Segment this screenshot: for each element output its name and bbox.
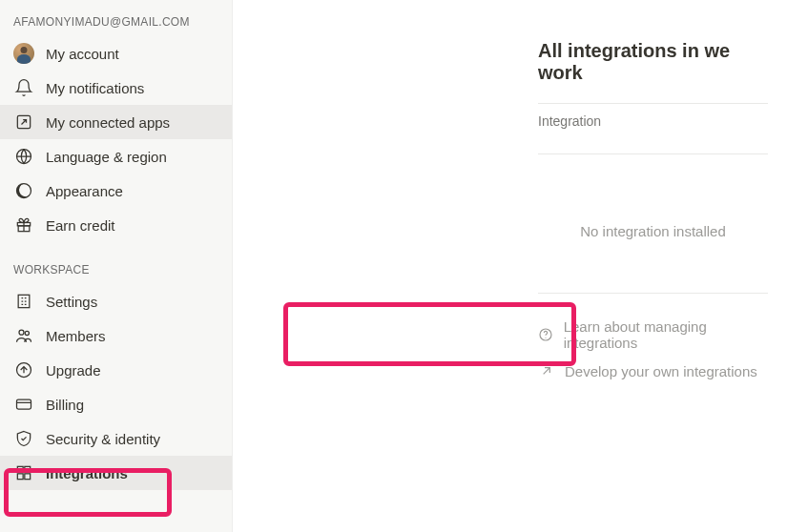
gift-icon: [13, 215, 34, 235]
sidebar-item-label: Security & identity: [46, 431, 218, 447]
sidebar-item-language-region[interactable]: Language & region: [0, 139, 232, 174]
sidebar-item-earn-credit[interactable]: Earn credit: [0, 208, 232, 242]
sidebar-item-appearance[interactable]: Appearance: [0, 174, 232, 208]
sidebar-item-my-connected-apps[interactable]: My connected apps: [0, 105, 232, 139]
sidebar-item-label: Integrations: [46, 465, 218, 481]
sidebar-item-label: Upgrade: [46, 362, 218, 379]
learn-integrations-link[interactable]: Learn about managing integrations: [538, 313, 768, 357]
sidebar-item-label: My notifications: [46, 80, 218, 96]
sidebar-item-label: Billing: [46, 397, 218, 413]
sidebar-item-label: Settings: [46, 294, 218, 310]
account-email-header: AFAMONYIMADU@GMAIL.COM: [0, 11, 232, 36]
sidebar-item-members[interactable]: Members: [0, 318, 232, 353]
sidebar-item-upgrade[interactable]: Upgrade: [0, 353, 232, 387]
link-label: Learn about managing integrations: [564, 318, 768, 351]
svg-point-7: [25, 331, 29, 335]
sidebar-item-security[interactable]: Security & identity: [0, 421, 232, 456]
page-title: All integrations in we work: [538, 40, 768, 103]
globe-icon: [13, 146, 34, 167]
svg-point-15: [546, 338, 547, 338]
shield-icon: [13, 428, 34, 449]
divider: [538, 293, 768, 294]
moon-icon: [13, 180, 34, 201]
empty-state: No integration installed: [538, 154, 768, 293]
external-link-box-icon: [13, 112, 34, 133]
avatar: [13, 43, 34, 64]
svg-rect-12: [17, 474, 23, 480]
svg-rect-10: [17, 466, 23, 472]
workspace-header: WORKSPACE: [0, 259, 232, 284]
table-header: Integration Added by: [538, 103, 768, 154]
svg-rect-9: [17, 399, 31, 409]
sidebar: AFAMONYIMADU@GMAIL.COM My account My not…: [0, 0, 233, 532]
svg-point-6: [19, 330, 24, 335]
people-icon: [13, 325, 34, 346]
sidebar-item-label: Language & region: [46, 149, 218, 165]
column-header-integration: Integration: [538, 113, 787, 144]
link-label: Develop your own integrations: [565, 363, 757, 379]
sidebar-item-my-account[interactable]: My account: [0, 36, 232, 71]
sidebar-item-billing[interactable]: Billing: [0, 387, 232, 421]
main-content: All integrations in we work Integration …: [233, 0, 787, 532]
develop-integrations-link[interactable]: Develop your own integrations: [538, 357, 768, 385]
bell-icon: [13, 77, 34, 98]
sidebar-item-label: My connected apps: [46, 114, 218, 131]
credit-card-icon: [13, 394, 34, 415]
svg-rect-11: [25, 466, 31, 472]
svg-rect-5: [18, 295, 30, 307]
building-icon: [13, 291, 34, 312]
help-circle-icon: [538, 326, 554, 343]
sidebar-item-integrations[interactable]: Integrations: [0, 456, 232, 490]
sidebar-item-label: Members: [46, 328, 218, 344]
svg-rect-13: [25, 474, 31, 480]
sidebar-item-label: My account: [46, 46, 218, 62]
sidebar-item-label: Earn credit: [46, 217, 218, 234]
external-arrow-icon: [538, 362, 555, 379]
sidebar-item-settings[interactable]: Settings: [0, 284, 232, 318]
sidebar-item-label: Appearance: [46, 183, 218, 199]
arrow-up-circle-icon: [13, 359, 34, 380]
sidebar-item-my-notifications[interactable]: My notifications: [0, 71, 232, 105]
grid-icon: [13, 462, 34, 483]
